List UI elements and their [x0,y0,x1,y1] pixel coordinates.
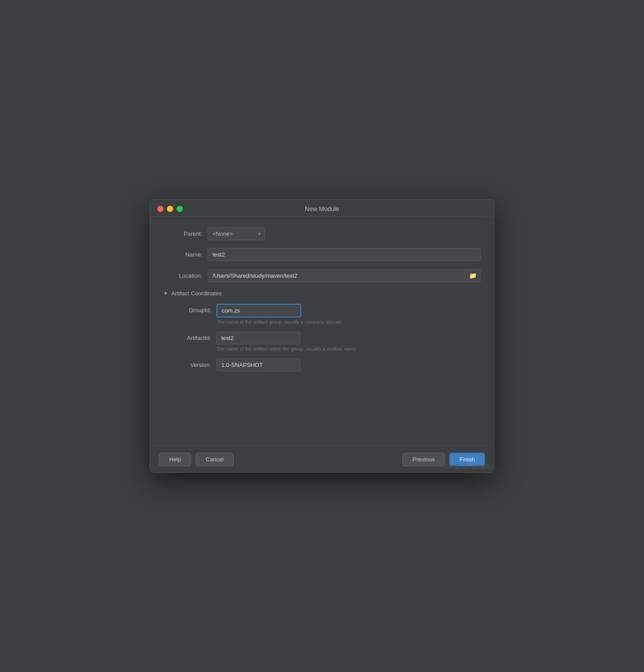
artifactid-hint: The name of the artifact within the grou… [216,346,481,351]
watermark: CSDN @小白一起学编程 [440,464,489,470]
groupid-field-wrapper: The name of the artifact group, usually … [216,304,481,330]
form-content: Parent: <None> ▼ Name: Location: 📁 [150,217,494,446]
previous-button[interactable]: Previous [402,453,445,466]
version-input[interactable] [216,359,300,371]
artifactid-row: ArtifactId: The name of the artifact wit… [163,332,481,357]
bottom-left-buttons: Help Cancel [159,453,234,466]
groupid-row: GroupId: The name of the artifact group,… [163,304,481,330]
parent-select[interactable]: <None> [208,227,265,240]
version-label: Version: [163,359,216,368]
dialog-title: New Module [305,205,339,212]
parent-row: Parent: <None> ▼ [163,227,481,240]
artifact-coordinates-section-header: ▼ Artifact Coordinates [163,290,481,297]
artifact-coordinates-form: GroupId: The name of the artifact group,… [163,304,481,371]
artifactid-field-wrapper: The name of the artifact within the grou… [216,332,481,357]
close-button[interactable] [157,206,163,212]
location-row: Location: 📁 [163,269,481,282]
folder-icon: 📁 [469,272,477,279]
help-button[interactable]: Help [159,453,191,466]
window-controls [157,206,183,212]
cancel-button[interactable]: Cancel [196,453,234,466]
new-module-dialog: New Module Parent: <None> ▼ Name: Locati… [150,199,494,473]
groupid-hint: The name of the artifact group, usually … [216,319,481,325]
artifactid-label: ArtifactId: [163,332,216,341]
minimize-button[interactable] [167,206,173,212]
name-label: Name: [163,251,208,258]
groupid-input[interactable] [216,304,301,317]
parent-label: Parent: [163,230,208,237]
location-field-group: 📁 [208,269,481,282]
title-bar: New Module [150,200,494,217]
location-label: Location: [163,272,208,279]
name-input[interactable] [208,248,481,261]
version-row: Version: [163,359,481,371]
artifact-coordinates-title: Artifact Coordinates [171,290,222,297]
browse-folder-button[interactable]: 📁 [466,269,481,282]
groupid-label: GroupId: [163,304,216,313]
name-row: Name: [163,248,481,261]
version-field-wrapper [216,359,481,371]
artifactid-input[interactable] [216,332,300,344]
parent-select-wrapper: <None> ▼ [208,227,265,240]
location-input[interactable] [208,269,466,282]
maximize-button[interactable] [177,206,183,212]
collapse-arrow-icon: ▼ [163,291,168,296]
